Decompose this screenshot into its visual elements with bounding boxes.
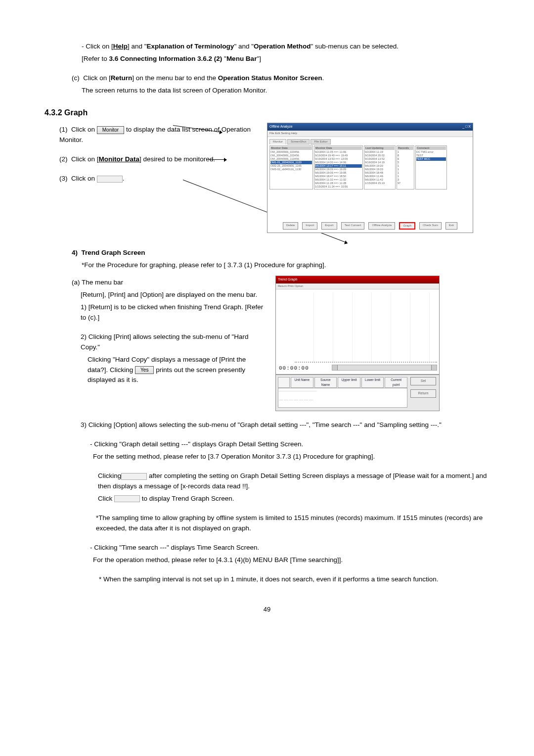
table-row[interactable]: 9/19/2004 13:53 ==> 13:09 [315, 157, 362, 161]
table-row: DC TMG error [416, 150, 446, 154]
refer-line: [Refer to 3.6 Connecting Information 3.6… [82, 54, 490, 64]
arrow-icon [207, 159, 226, 160]
table-row[interactable]: OM_20040906_023456 [270, 150, 312, 154]
blank-button-icon[interactable] [121, 473, 147, 480]
table-row-selected[interactable]: OM1-01_20040916_1130 [270, 161, 312, 164]
tab-monitor[interactable]: Monitor [269, 139, 286, 144]
col-header: Records [398, 146, 413, 150]
samp-note: *The sampling time to allow graphing by … [96, 513, 490, 534]
window-controls-icon[interactable]: _ □ X [462, 124, 471, 130]
gds4: Click to display Trend Graph Screen. [98, 494, 490, 504]
yes-button[interactable]: Yes [135, 366, 154, 374]
delete-button[interactable]: Delete [283, 222, 298, 230]
a-2-l2: Clicking "Hard Copy" displays a message … [88, 355, 265, 386]
tg-scrollbar[interactable] [332, 365, 437, 371]
col-header: Monitor Data [270, 146, 312, 150]
table-row: 9/6/2004 18:48 [365, 171, 395, 175]
blank-button-icon[interactable] [97, 176, 123, 183]
table-row: 1 [398, 171, 413, 175]
table-row[interactable]: 9/6/2004 11:28 ==> 11:28 [315, 182, 362, 185]
table-row: 9/6/2004 11:46 [365, 175, 395, 178]
table-row: 9/2/2004 11:19 [365, 150, 395, 154]
table-row[interactable]: OM3-02_sb040116_1130 [270, 168, 312, 171]
a-3-l1: 3) Clicking [Option] allows selecting th… [81, 420, 490, 430]
tab-screenshot[interactable]: ScreenShot [287, 139, 310, 144]
exit-button[interactable]: Exit [445, 222, 457, 230]
table-row: TEST MCC [416, 157, 446, 161]
ts-note: * When the sampling interval is not set … [99, 574, 490, 585]
table-row[interactable]: 9/19/2004 19:40 ==> 19:49 [315, 154, 362, 157]
tg-plot-area [295, 292, 437, 363]
col-header: Comment [416, 146, 446, 150]
tg-return-button[interactable]: Return [410, 389, 436, 398]
gds1: - Clicking "Graph detail setting ---" di… [90, 439, 490, 450]
app-menubar[interactable]: File Edit Setting Help [267, 131, 473, 137]
gds3: Clicking after completing the setting on… [98, 471, 490, 492]
textconvert-button[interactable]: Text Convert [341, 222, 365, 230]
monitor-button[interactable]: Monitor [97, 126, 124, 134]
table-row: 9/19/2004 13:52 [365, 157, 395, 161]
table-row[interactable]: OM2-25_20040906_1145 [270, 164, 312, 168]
table-row: 1 [398, 150, 413, 154]
gds2: For the setting method, please refer to … [93, 452, 490, 462]
table-row: 3 [398, 178, 413, 182]
help-line: - Click on [Help] and "Explanation of Te… [82, 42, 490, 52]
table-row[interactable]: 1/15/2004 11:24 ==> 10:56 [315, 185, 362, 189]
a-1: 1) [Return] is to be clicked when finish… [81, 302, 265, 323]
trend-star: *For the Procedure for graphing, please … [82, 260, 490, 271]
blank-button-icon[interactable] [114, 495, 140, 502]
table-row[interactable]: 9/6/2004 19:09 ==> 19:09 [315, 168, 362, 171]
tg-set-button[interactable]: Set [410, 377, 436, 385]
table-row[interactable]: OM_20040906_113456 [270, 157, 312, 161]
table-row: TEST [416, 154, 446, 157]
offlineanalyze-button[interactable]: Offline Analyze [368, 222, 395, 230]
table-row-selected[interactable]: 9/6/2004 13:17 ==> 15:11 [315, 164, 362, 168]
table-row: 9/19/2004 20:02 [365, 154, 395, 157]
table-row: 1/15/2004 15:13 [365, 182, 395, 185]
table-row: 6 [398, 157, 413, 161]
step1: (1) Click on Monitor to display the data… [59, 125, 262, 145]
table-row[interactable]: 9/6/2004 19:06 ==> 19:08 [315, 171, 362, 175]
graph-button[interactable]: Graph [399, 222, 415, 230]
col-header: Monitor Date [315, 146, 362, 150]
table-row[interactable]: 9/2/2004 11:05 ==> 11:06 [315, 150, 362, 154]
table-row: 1 [398, 175, 413, 178]
offline-analyze-screenshot: Offline Analyze _ □ X File Edit Setting … [267, 123, 473, 233]
window-title: Offline Analyze [269, 124, 293, 130]
table-row[interactable]: 9/6/2004 14:00 ==> 14:06 [315, 161, 362, 164]
trend-graph-screenshot: Trend Graph Return Print Option 00:00:00… [275, 276, 440, 411]
table-row: 8 [398, 154, 413, 157]
table-row: 9/6/2004 19:20 [365, 164, 395, 168]
import-button[interactable]: Import [302, 222, 317, 230]
table-row: 9/6/2004 19:20 [365, 168, 395, 171]
table-row[interactable]: 9/6/2004 11:32 ==> 11:32 [315, 178, 362, 182]
table-row: 5 [398, 161, 413, 164]
ts2: For the operation method, please refer t… [93, 555, 490, 566]
table-row: 1 [398, 164, 413, 168]
export-button[interactable]: Export [321, 222, 337, 230]
tg-window-title: Trend Graph [276, 276, 439, 284]
col-header: Last Updating [365, 146, 395, 150]
a-line1: [Return], [Print] and [Option] are displ… [81, 290, 265, 300]
tg-menubar[interactable]: Return Print Option [276, 284, 439, 289]
a-label: (a) The menu bar [72, 278, 265, 288]
step2: (2) Click on [Monitor Data] desired to b… [59, 154, 262, 165]
table-row: 9/6/2004 11:42 [365, 178, 395, 182]
page-number: 49 [44, 605, 490, 614]
step3: (3) Click on . [59, 174, 262, 184]
trend-heading: 4) Trend Graph Screen [72, 248, 490, 258]
tg-table-headers: Unit Name Source Name Upper limit Lower … [278, 377, 407, 388]
table-row: 97 [398, 182, 413, 185]
table-row: 9/19/2004 14:19 [365, 161, 395, 164]
a-2-l1: 2) Clicking [Print] allows selecting the… [81, 332, 265, 353]
tg-table-body[interactable]: ────────────────── ── ── ── ── ── ── ── [278, 388, 407, 408]
table-row[interactable]: 9/6/2004 18:47 ==> 18:50 [315, 175, 362, 178]
step-c-line2: The screen returns to the data list scre… [82, 86, 490, 96]
checksum-button[interactable]: Check Sum [419, 222, 442, 230]
table-row: 1 [398, 168, 413, 171]
step-c: (c) Click on [Return] on the menu bar to… [72, 73, 490, 84]
tg-time-display: 00:00:00 [276, 363, 312, 374]
tab-fileeditor[interactable]: File Editor [311, 139, 331, 144]
section-graph-title: 4.3.2 Graph [44, 107, 490, 119]
table-row[interactable]: OM_20040906_023456 [270, 154, 312, 157]
